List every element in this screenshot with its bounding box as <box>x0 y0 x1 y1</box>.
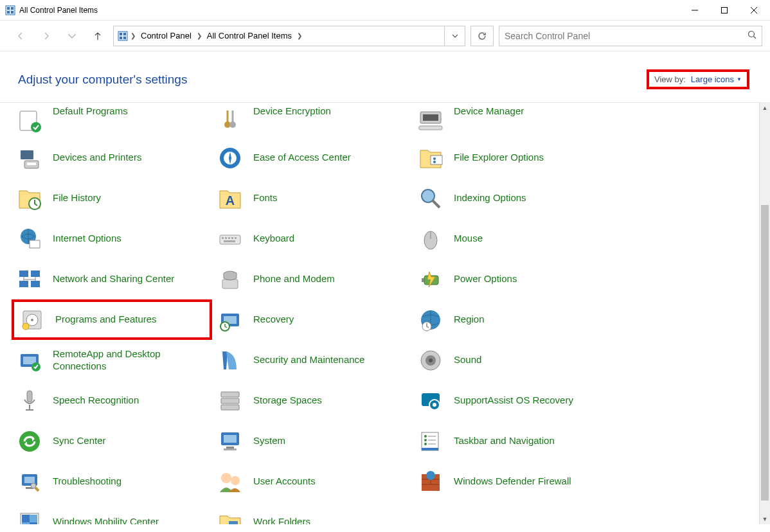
file-history-icon <box>14 183 45 214</box>
defender-firewall-icon <box>415 466 446 497</box>
cp-item-label: Windows Mobility Center <box>53 516 159 524</box>
remoteapp-icon <box>14 345 45 376</box>
breadcrumb-item[interactable]: All Control Panel Items <box>204 31 294 40</box>
cp-item-region[interactable]: Region <box>413 299 613 340</box>
cp-item-network-sharing[interactable]: Network and Sharing Center <box>12 259 212 299</box>
cp-item-supportassist[interactable]: SupportAssist OS Recovery <box>413 380 613 421</box>
security-maintenance-icon <box>215 345 246 376</box>
close-button[interactable] <box>739 0 769 21</box>
troubleshooting-icon <box>14 466 45 497</box>
breadcrumb-icon <box>118 31 128 41</box>
view-by-control[interactable]: View by: Large icons ▼ <box>647 69 749 89</box>
subheader: Adjust your computer's settings View by:… <box>0 51 770 102</box>
chevron-down-icon: ▼ <box>737 76 742 82</box>
cp-item-work-folders[interactable]: Work Folders <box>212 502 413 524</box>
cp-item-label: Fonts <box>253 192 278 204</box>
cp-item-indexing-options[interactable]: Indexing Options <box>413 178 613 218</box>
search-box[interactable] <box>499 26 762 46</box>
cp-item-sound[interactable]: Sound <box>413 340 613 380</box>
address-bar[interactable]: ❯ Control Panel ❯ All Control Panel Item… <box>114 31 444 41</box>
back-button[interactable] <box>10 26 31 46</box>
cp-item-recovery[interactable]: Recovery <box>212 299 413 340</box>
cp-item-speech-recognition[interactable]: Speech Recognition <box>12 380 212 421</box>
cp-item-mobility-center[interactable]: Windows Mobility Center <box>12 502 212 524</box>
scroll-down-button[interactable]: ▼ <box>760 513 770 524</box>
chevron-right-icon: ❯ <box>130 32 136 39</box>
cp-item-security-maintenance[interactable]: Security and Maintenance <box>212 340 413 380</box>
cp-item-system[interactable]: System <box>212 421 413 461</box>
cp-item-ease-of-access[interactable]: Ease of Access Center <box>212 137 413 178</box>
cp-item-storage-spaces[interactable]: Storage Spaces <box>212 380 413 421</box>
cp-item-remoteapp[interactable]: RemoteApp and Desktop Connections <box>12 340 212 380</box>
cp-item-phone-modem[interactable]: Phone and Modem <box>212 259 413 299</box>
sound-icon <box>415 345 446 376</box>
cp-item-keyboard[interactable]: Keyboard <box>212 218 413 259</box>
cp-item-defender-firewall[interactable]: Windows Defender Firewall <box>413 461 613 502</box>
recent-locations-button[interactable] <box>62 26 82 46</box>
toolbar: ❯ Control Panel ❯ All Control Panel Item… <box>0 21 770 51</box>
cp-item-devices-printers[interactable]: Devices and Printers <box>12 137 212 178</box>
cp-item-file-explorer-options[interactable]: File Explorer Options <box>413 137 613 178</box>
chevron-right-icon: ❯ <box>297 32 302 39</box>
cp-item-default-programs[interactable]: Default Programs <box>12 103 212 137</box>
mouse-icon <box>415 224 446 254</box>
breadcrumb-item[interactable]: Control Panel <box>138 31 194 40</box>
programs-features-icon <box>17 305 48 335</box>
power-options-icon <box>415 264 446 295</box>
content-wrap: Default ProgramsDevice EncryptionDevice … <box>0 102 770 524</box>
cp-item-file-history[interactable]: File History <box>12 178 212 218</box>
cp-item-label: Network and Sharing Center <box>53 273 174 285</box>
ease-of-access-icon <box>215 143 246 173</box>
address-dropdown-button[interactable] <box>444 26 465 46</box>
search-icon <box>748 30 757 42</box>
system-icon <box>215 426 246 457</box>
view-by-value-text: Large icons <box>691 75 734 84</box>
svg-rect-3 <box>7 11 10 13</box>
maximize-button[interactable] <box>710 0 739 21</box>
cp-item-internet-options[interactable]: Internet Options <box>12 218 212 259</box>
up-button[interactable] <box>87 26 108 46</box>
view-by-value[interactable]: Large icons ▼ <box>691 75 742 84</box>
recovery-icon <box>215 305 246 335</box>
phone-modem-icon <box>215 264 246 295</box>
cp-item-label: Speech Recognition <box>53 395 139 407</box>
cp-item-label: Device Encryption <box>253 105 331 118</box>
cp-item-label: Power Options <box>454 273 517 285</box>
cp-item-mouse[interactable]: Mouse <box>413 218 613 259</box>
svg-rect-13 <box>123 37 126 39</box>
address-bar-container: ❯ Control Panel ❯ All Control Panel Item… <box>113 26 465 46</box>
cp-item-user-accounts[interactable]: User Accounts <box>212 461 413 502</box>
device-encryption-icon <box>215 105 246 136</box>
svg-point-14 <box>749 31 755 37</box>
titlebar: All Control Panel Items <box>0 0 770 21</box>
user-accounts-icon <box>215 466 246 497</box>
cp-item-taskbar-nav[interactable]: Taskbar and Navigation <box>413 421 613 461</box>
vertical-scrollbar[interactable]: ▲ ▼ <box>759 102 770 524</box>
scroll-up-button[interactable]: ▲ <box>760 102 770 113</box>
cp-item-sync-center[interactable]: Sync Center <box>12 421 212 461</box>
cp-item-programs-features[interactable]: Programs and Features <box>12 299 212 340</box>
refresh-button[interactable] <box>470 26 494 46</box>
devices-printers-icon <box>14 143 45 173</box>
cp-item-label: System <box>253 435 285 447</box>
control-panel-grid: Default ProgramsDevice EncryptionDevice … <box>0 103 759 524</box>
cp-item-power-options[interactable]: Power Options <box>413 259 613 299</box>
taskbar-nav-icon <box>415 426 446 457</box>
search-input[interactable] <box>505 31 748 41</box>
scrollbar-thumb[interactable] <box>761 205 769 501</box>
cp-item-label: Troubleshooting <box>53 475 121 488</box>
keyboard-icon <box>215 224 246 254</box>
mobility-center-icon <box>14 507 45 525</box>
cp-item-device-manager[interactable]: Device Manager <box>413 103 613 137</box>
forward-button[interactable] <box>36 26 57 46</box>
cp-item-troubleshooting[interactable]: Troubleshooting <box>12 461 212 502</box>
view-by-label: View by: <box>654 75 686 84</box>
cp-item-fonts[interactable]: Fonts <box>212 178 413 218</box>
svg-rect-12 <box>120 37 122 39</box>
svg-rect-11 <box>123 33 126 35</box>
cp-item-label: User Accounts <box>253 475 316 488</box>
cp-item-device-encryption[interactable]: Device Encryption <box>212 103 413 137</box>
cp-item-label: Indexing Options <box>454 192 526 204</box>
minimize-button[interactable] <box>680 0 710 21</box>
cp-item-label: Sync Center <box>53 435 106 447</box>
